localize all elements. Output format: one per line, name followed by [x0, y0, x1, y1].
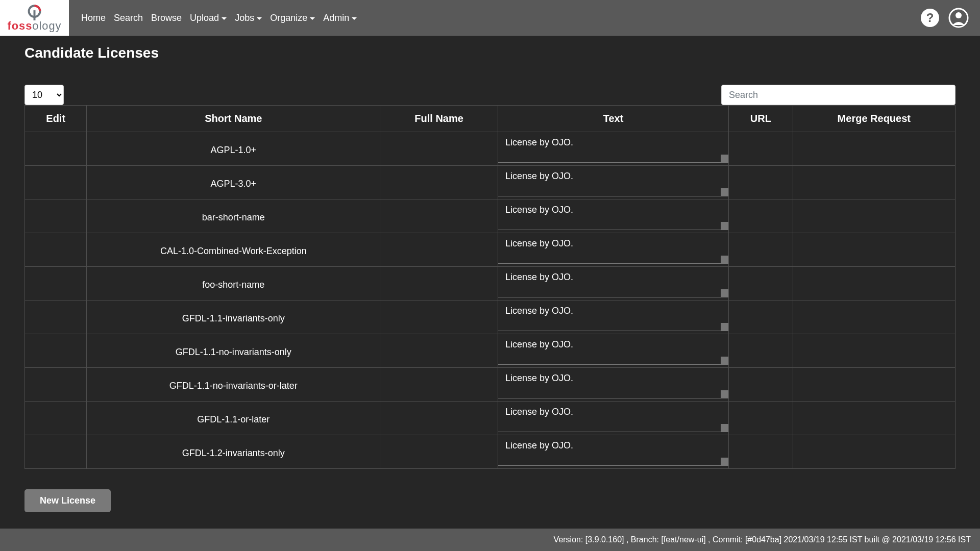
cell-edit[interactable] — [25, 435, 87, 469]
cell-edit[interactable] — [25, 166, 87, 199]
cell-merge[interactable] — [793, 300, 955, 334]
cell-merge[interactable] — [793, 267, 955, 300]
nav-item-admin[interactable]: Admin — [323, 13, 357, 23]
table-row: AGPL-3.0+ — [25, 166, 955, 199]
license-text-input[interactable] — [498, 402, 728, 432]
nav-item-jobs[interactable]: Jobs — [235, 13, 262, 23]
cell-edit[interactable] — [25, 199, 87, 233]
cell-merge[interactable] — [793, 233, 955, 267]
cell-url — [729, 233, 793, 267]
nav-label: Search — [114, 13, 143, 23]
table-row: AGPL-1.0+ — [25, 132, 955, 166]
chevron-down-icon — [257, 17, 262, 20]
table-row: CAL-1.0-Combined-Work-Exception — [25, 233, 955, 267]
cell-edit[interactable] — [25, 402, 87, 435]
table-controls: 10 — [24, 85, 955, 105]
table-row: GFDL-1.1-invariants-only — [25, 300, 955, 334]
nav-item-organize[interactable]: Organize — [270, 13, 315, 23]
cell-short-name: GFDL-1.1-or-later — [87, 402, 380, 435]
cell-edit[interactable] — [25, 233, 87, 267]
page-size-select[interactable]: 10 — [24, 85, 64, 105]
license-text-input[interactable] — [498, 166, 728, 196]
col-text: Text — [498, 106, 729, 132]
cell-short-name: AGPL-3.0+ — [87, 166, 380, 199]
cell-text — [498, 199, 729, 233]
nav-label: Jobs — [235, 13, 254, 23]
cell-short-name: bar-short-name — [87, 199, 380, 233]
cell-full-name — [380, 132, 498, 166]
cell-full-name — [380, 300, 498, 334]
main-content: Candidate Licenses 10 Edit Short Name Fu… — [0, 36, 980, 528]
col-edit: Edit — [25, 106, 87, 132]
footer-text: Version: [3.9.0.160] , Branch: [feat/new… — [554, 535, 971, 544]
nav-item-search[interactable]: Search — [114, 13, 143, 23]
cell-short-name: GFDL-1.1-no-invariants-only — [87, 334, 380, 368]
cell-url — [729, 300, 793, 334]
cell-edit[interactable] — [25, 132, 87, 166]
cell-short-name: AGPL-1.0+ — [87, 132, 380, 166]
table-row: GFDL-1.1-or-later — [25, 402, 955, 435]
cell-full-name — [380, 166, 498, 199]
cell-text — [498, 435, 729, 469]
nav-item-browse[interactable]: Browse — [151, 13, 182, 23]
license-text-input[interactable] — [498, 267, 728, 297]
nav-item-home[interactable]: Home — [81, 13, 106, 23]
table-row: GFDL-1.1-no-invariants-only — [25, 334, 955, 368]
cell-edit[interactable] — [25, 300, 87, 334]
cell-merge[interactable] — [793, 166, 955, 199]
cell-merge[interactable] — [793, 334, 955, 368]
search-input[interactable] — [721, 85, 955, 105]
cell-text — [498, 267, 729, 300]
cell-url — [729, 334, 793, 368]
license-text-input[interactable] — [498, 233, 728, 264]
cell-edit[interactable] — [25, 267, 87, 300]
licenses-table: Edit Short Name Full Name Text URL Merge… — [24, 105, 955, 469]
cell-edit[interactable] — [25, 334, 87, 368]
license-text-input[interactable] — [498, 132, 728, 163]
cell-short-name: GFDL-1.1-invariants-only — [87, 300, 380, 334]
col-short: Short Name — [87, 106, 380, 132]
table-row: GFDL-1.1-no-invariants-or-later — [25, 368, 955, 402]
table-row: foo-short-name — [25, 267, 955, 300]
nav-label: Home — [81, 13, 106, 23]
new-license-button[interactable]: New License — [24, 489, 111, 512]
cell-text — [498, 166, 729, 199]
cell-full-name — [380, 267, 498, 300]
col-full: Full Name — [380, 106, 498, 132]
footer: Version: [3.9.0.160] , Branch: [feat/new… — [0, 529, 980, 551]
nav-label: Admin — [323, 13, 349, 23]
cell-text — [498, 233, 729, 267]
cell-merge[interactable] — [793, 435, 955, 469]
page-title: Candidate Licenses — [24, 45, 955, 61]
cell-merge[interactable] — [793, 199, 955, 233]
license-text-input[interactable] — [498, 199, 728, 230]
cell-merge[interactable] — [793, 132, 955, 166]
cell-full-name — [380, 233, 498, 267]
cell-text — [498, 368, 729, 402]
help-icon[interactable]: ? — [921, 9, 939, 27]
brand-logo[interactable]: fossology — [0, 0, 69, 36]
cell-merge[interactable] — [793, 368, 955, 402]
cell-url — [729, 368, 793, 402]
cell-edit[interactable] — [25, 368, 87, 402]
cell-merge[interactable] — [793, 402, 955, 435]
cell-short-name: foo-short-name — [87, 267, 380, 300]
cell-url — [729, 166, 793, 199]
nav-label: Organize — [270, 13, 307, 23]
license-text-input[interactable] — [498, 435, 728, 466]
cell-text — [498, 300, 729, 334]
svg-point-4 — [955, 12, 962, 18]
nav-item-upload[interactable]: Upload — [190, 13, 227, 23]
col-url: URL — [729, 106, 793, 132]
fossology-logo-icon: fossology — [4, 3, 65, 33]
license-text-input[interactable] — [498, 300, 728, 331]
cell-full-name — [380, 199, 498, 233]
license-text-input[interactable] — [498, 368, 728, 398]
user-icon[interactable] — [948, 8, 969, 28]
cell-short-name: GFDL-1.2-invariants-only — [87, 435, 380, 469]
license-text-input[interactable] — [498, 334, 728, 365]
col-merge: Merge Request — [793, 106, 955, 132]
cell-url — [729, 199, 793, 233]
chevron-down-icon — [222, 17, 227, 20]
cell-full-name — [380, 402, 498, 435]
